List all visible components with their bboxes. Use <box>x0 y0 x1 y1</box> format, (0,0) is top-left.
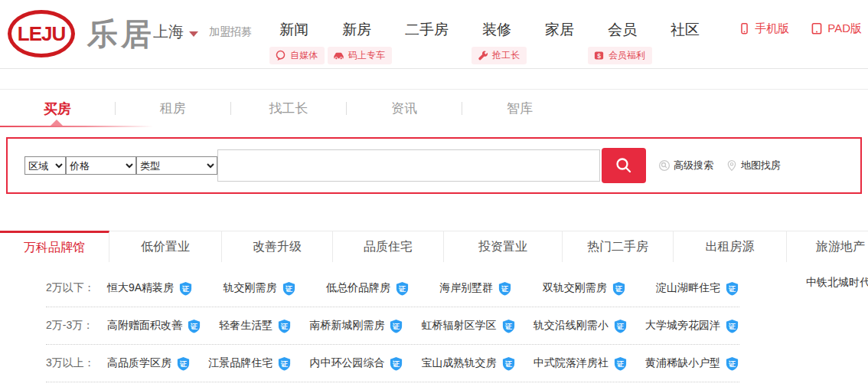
top-nav-membership[interactable]: 会员 <box>608 20 637 40</box>
top-nav-secondhand[interactable]: 二手房 <box>405 20 449 40</box>
certified-badge-icon: 证 <box>277 319 292 333</box>
leju-logo-text: LEJU <box>18 22 65 46</box>
sub-nav-rent[interactable]: 租房 <box>116 100 230 117</box>
advanced-search-link[interactable]: 高级搜索 <box>658 159 713 172</box>
search-input[interactable] <box>217 149 600 182</box>
svg-text:证: 证 <box>181 284 189 292</box>
certified-badge-icon: 证 <box>178 281 193 296</box>
join-recruit-link[interactable]: 加盟招募 <box>209 25 252 39</box>
leju-logo[interactable]: LEJU 乐居 <box>8 10 155 57</box>
certified-badge-icon: 证 <box>501 319 516 333</box>
tab-rental-listings[interactable]: 出租房源 <box>674 231 787 262</box>
side-project-link[interactable]: 中铁北城时代 <box>765 276 868 290</box>
listing-link[interactable]: 黄浦稀缺小户型证 <box>645 356 739 371</box>
svg-text:证: 证 <box>504 322 512 330</box>
listing-link[interactable]: 高品质学区房证 <box>107 356 191 371</box>
svg-text:证: 证 <box>280 359 288 367</box>
top-nav-home-furnishing[interactable]: 家居 <box>545 20 574 40</box>
row-items: 恒大9A精装房证 轨交刚需房证 低总价品牌房证 海岸别墅群证 双轨交刚需房证 淀… <box>107 281 739 296</box>
promo-label: 自媒体 <box>290 49 318 62</box>
city-name[interactable]: 上海 <box>153 21 184 42</box>
type-select[interactable]: 类型 <box>136 156 217 175</box>
listing-link[interactable]: 双轨交刚需房证 <box>543 281 626 296</box>
row-items: 高附赠面积改善证 轻奢生活墅证 南桥新城刚需房证 虹桥辐射区学区证 轨交沿线刚需… <box>107 319 739 333</box>
listing-link[interactable]: 轨交刚需房证 <box>224 281 296 296</box>
listing-label: 低总价品牌房 <box>326 281 390 295</box>
listing-link[interactable]: 江景品牌住宅证 <box>208 356 292 371</box>
listing-label: 海岸别墅群 <box>439 281 493 295</box>
svg-text:证: 证 <box>728 284 736 292</box>
row-label: 2万-3万： <box>46 319 107 333</box>
listing-link[interactable]: 内中环公园综合证 <box>309 356 403 371</box>
category-tabs: 万科品牌馆 低价置业 改善升级 品质住宅 投资置业 热门二手房 出租房源 旅游地… <box>0 231 868 262</box>
sub-nav-think-tank[interactable]: 智库 <box>462 100 577 117</box>
svg-text:证: 证 <box>504 359 512 367</box>
promo-member-benefits[interactable]: $ 会员福利 <box>588 47 652 64</box>
tab-quality-homes[interactable]: 品质住宅 <box>333 231 444 262</box>
listing-link[interactable]: 恒大9A精装房证 <box>107 281 193 296</box>
map-pin-icon <box>726 159 738 172</box>
listing-link[interactable]: 海岸别墅群证 <box>439 281 512 296</box>
listing-label: 内中环公园综合 <box>309 356 384 370</box>
promo-grab-foreman[interactable]: 抢工长 <box>472 47 527 64</box>
promo-self-media[interactable]: 自媒体 <box>269 47 325 64</box>
listing-link[interactable]: 南桥新城刚需房证 <box>309 319 403 333</box>
top-nav-news[interactable]: 新闻 <box>279 20 308 40</box>
sub-nav-info[interactable]: 资讯 <box>347 100 462 117</box>
certified-badge-icon: 证 <box>389 356 403 371</box>
header: LEJU 乐居 上海 加盟招募 新闻 新房 二手房 装修 家居 会员 社区 自媒… <box>0 0 868 69</box>
tab-upgrade[interactable]: 改善升级 <box>222 231 333 262</box>
listing-link[interactable]: 低总价品牌房证 <box>326 281 410 296</box>
certified-badge-icon: 证 <box>725 319 739 333</box>
device-links: 手机版 PAD版 <box>717 21 862 36</box>
advanced-search-icon <box>658 159 671 172</box>
chevron-down-icon[interactable] <box>189 31 198 37</box>
listing-label: 宝山成熟轨交房 <box>422 356 497 370</box>
tab-low-price[interactable]: 低价置业 <box>109 231 222 262</box>
region-select[interactable]: 区域 <box>24 156 66 175</box>
map-search-link[interactable]: 地图找房 <box>726 159 781 172</box>
certified-badge-icon: 证 <box>277 356 292 371</box>
sub-nav-buy[interactable]: 买房 <box>0 100 115 118</box>
listing-link[interactable]: 淀山湖畔住宅证 <box>656 281 739 296</box>
search-button[interactable] <box>602 148 646 183</box>
listing-link[interactable]: 宝山成熟轨交房证 <box>422 356 516 371</box>
leju-logo-chinese: 乐居 <box>87 13 155 55</box>
listing-row-under-20k: 2万以下： 恒大9A精装房证 轨交刚需房证 低总价品牌房证 海岸别墅群证 双轨交… <box>46 270 739 307</box>
promo-label: 码上专车 <box>348 49 385 62</box>
certified-badge-icon: 证 <box>282 281 296 296</box>
tab-investment[interactable]: 投资置业 <box>444 231 563 262</box>
price-select[interactable]: 价格 <box>66 156 136 175</box>
listing-label: 中式院落洋房社 <box>534 356 609 370</box>
listing-label: 南桥新城刚需房 <box>309 319 384 333</box>
city-selector[interactable]: 上海 加盟招募 <box>153 21 252 42</box>
sub-nav-find-foreman[interactable]: 找工长 <box>231 100 346 117</box>
mobile-version-link[interactable]: 手机版 <box>739 21 789 36</box>
tab-hot-secondhand[interactable]: 热门二手房 <box>563 231 674 262</box>
active-tab-arrow <box>51 120 63 126</box>
listing-link[interactable]: 大学城旁花园洋证 <box>645 319 739 333</box>
svg-text:证: 证 <box>392 359 400 367</box>
tab-tourism-property[interactable]: 旅游地产 <box>787 231 868 262</box>
money-icon: $ <box>593 50 605 61</box>
mobile-version-label: 手机版 <box>755 21 789 36</box>
certified-badge-icon: 证 <box>187 319 201 333</box>
listing-link[interactable]: 虹桥辐射区学区证 <box>422 319 516 333</box>
promo-car-service[interactable]: 码上专车 <box>328 47 392 64</box>
listing-label: 轨交沿线刚需小 <box>534 319 609 333</box>
listing-label: 双轨交刚需房 <box>543 281 607 295</box>
listing-link[interactable]: 轨交沿线刚需小证 <box>534 319 628 333</box>
car-icon <box>333 50 344 61</box>
top-nav-new-homes[interactable]: 新房 <box>342 20 371 40</box>
listing-row-over-30k: 3万以上： 高品质学区房证 江景品牌住宅证 内中环公园综合证 宝山成熟轨交房证 … <box>46 345 739 382</box>
listing-link[interactable]: 高附赠面积改善证 <box>107 319 201 333</box>
pad-version-link[interactable]: PAD版 <box>811 21 862 36</box>
top-nav-community[interactable]: 社区 <box>671 20 700 40</box>
advanced-search-label: 高级搜索 <box>674 159 713 172</box>
listing-link[interactable]: 轻奢生活墅证 <box>219 319 292 333</box>
top-nav-decoration[interactable]: 装修 <box>482 20 511 40</box>
listing-link[interactable]: 中式院落洋房社证 <box>534 356 628 371</box>
svg-text:证: 证 <box>398 284 406 292</box>
pad-version-label: PAD版 <box>827 21 862 36</box>
tab-vanke-brand[interactable]: 万科品牌馆 <box>0 231 109 262</box>
